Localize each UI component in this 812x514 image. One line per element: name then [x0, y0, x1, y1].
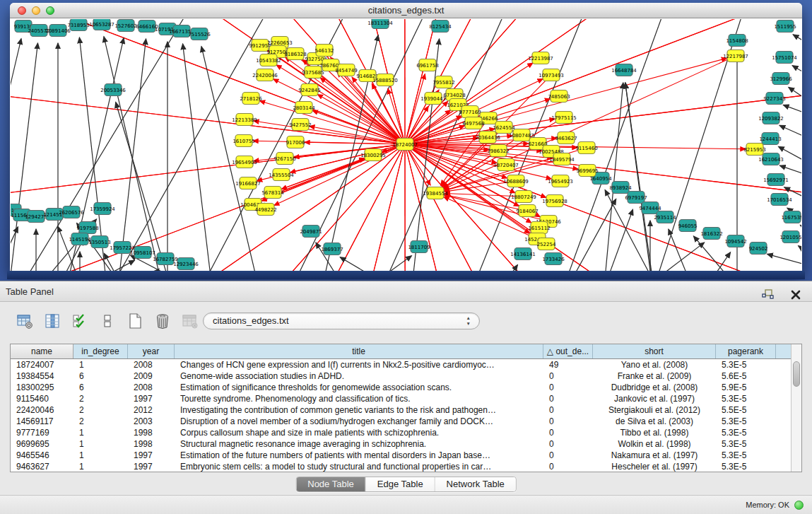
table-row[interactable]: 1872400712008Changes of HCN gene express…: [11, 359, 801, 370]
table-cell[interactable]: Nakamura et al. (1997): [593, 450, 716, 461]
table-cell[interactable]: 1: [73, 438, 128, 450]
column-header-6[interactable]: pagerank: [716, 344, 776, 358]
table-cell[interactable]: 0: [543, 370, 593, 382]
table-cell[interactable]: Tibbo et al. (1998): [593, 427, 716, 438]
table-row[interactable]: 1456911722003Disruption of a novel membe…: [11, 416, 801, 427]
tab-network-table[interactable]: Network Table: [435, 477, 516, 491]
zoom-window-icon[interactable]: [46, 6, 54, 15]
table-cell[interactable]: 49: [543, 359, 593, 370]
black-edge[interactable]: [792, 66, 801, 84]
black-edge[interactable]: [652, 243, 705, 271]
table-cell[interactable]: 1998: [128, 427, 175, 438]
table-cell[interactable]: 5.3E-5: [716, 427, 776, 438]
table-cell[interactable]: 18300295: [11, 382, 73, 393]
table-row[interactable]: 2242004622012Investigating the contribut…: [11, 404, 801, 416]
table-cell[interactable]: 1997: [128, 450, 175, 461]
table-row[interactable]: 969969511998Structural magnetic resonanc…: [11, 438, 801, 450]
table-cell[interactable]: 1: [73, 427, 128, 438]
table-cell[interactable]: 1: [73, 359, 128, 370]
table-select-dropdown[interactable]: citations_edges.txt ▲▼: [203, 313, 480, 329]
black-edge[interactable]: [669, 229, 695, 271]
table-cell[interactable]: Genome-wide association studies in ADHD.: [175, 370, 543, 382]
table-cell[interactable]: 1997: [128, 461, 175, 472]
table-cell[interactable]: 2: [73, 416, 128, 427]
table-cell[interactable]: 5.3E-5: [716, 461, 776, 472]
black-edge[interactable]: [767, 254, 801, 269]
table-cell[interactable]: 5.5E-5: [716, 404, 776, 416]
table-cell[interactable]: 19384554: [11, 370, 73, 382]
table-row[interactable]: 977716911998Corpus callosum shape and si…: [11, 427, 801, 438]
table-cell[interactable]: Hescheler et al. (1997): [593, 461, 716, 472]
black-edge[interactable]: [11, 43, 37, 271]
table-row[interactable]: 1938455462009Genome-wide association stu…: [11, 370, 801, 382]
black-edge[interactable]: [360, 256, 411, 271]
table-vertical-scrollbar[interactable]: [791, 344, 801, 472]
black-edge[interactable]: [799, 246, 801, 264]
table-cell[interactable]: 5.3E-5: [716, 450, 776, 461]
table-cell[interactable]: 2008: [128, 359, 175, 370]
table-settings-icon[interactable]: [16, 312, 34, 330]
table-cell[interactable]: 2009: [128, 370, 175, 382]
table-column-icon[interactable]: [43, 312, 61, 330]
column-header-1[interactable]: in_degree: [73, 344, 128, 358]
tab-edge-table[interactable]: Edge Table: [366, 477, 435, 491]
black-edge[interactable]: [779, 125, 801, 145]
table-cell[interactable]: 9115460: [11, 393, 73, 404]
table-cell[interactable]: 22420046: [11, 404, 73, 416]
table-cell[interactable]: Dudbridge et al. (2008): [593, 382, 716, 393]
table-cell[interactable]: Wolkin et al. (1998): [593, 438, 716, 450]
table-cell[interactable]: Franke et al. (2009): [593, 370, 716, 382]
table-cell[interactable]: 2012: [128, 404, 175, 416]
red-edge[interactable]: [290, 144, 405, 173]
black-edge[interactable]: [21, 19, 191, 271]
table-cell[interactable]: 1997: [128, 393, 175, 404]
table-cell[interactable]: 9777169: [11, 427, 73, 438]
table-cell[interactable]: 0: [543, 393, 593, 404]
table-cell[interactable]: 1: [73, 461, 128, 472]
network-canvas[interactable]: 9391362405572208914067318953106532871527…: [11, 19, 801, 271]
table-cell[interactable]: 0: [543, 461, 593, 472]
close-window-icon[interactable]: [18, 6, 26, 15]
table-cell[interactable]: 0: [543, 450, 593, 461]
table-row[interactable]: 946362711997Embryonic stem cells: a mode…: [11, 461, 801, 472]
select-rows-icon[interactable]: [71, 312, 89, 330]
table-cell[interactable]: 18724007: [11, 359, 73, 370]
table-cell[interactable]: Corpus callosum shape and size in male p…: [175, 427, 543, 438]
black-edge[interactable]: [340, 257, 392, 271]
table-row[interactable]: 1830029562008Estimation of significance …: [11, 382, 801, 393]
minimize-window-icon[interactable]: [32, 6, 40, 15]
new-table-icon[interactable]: [126, 312, 144, 330]
table-cell[interactable]: Embryonic stem cells: a model to study s…: [175, 461, 543, 472]
table-cell[interactable]: 14569117: [11, 416, 73, 427]
column-header-0[interactable]: name: [11, 344, 73, 358]
column-header-4[interactable]: △ out_de...: [543, 344, 593, 358]
black-edge[interactable]: [183, 44, 211, 271]
table-cell[interactable]: 2: [73, 393, 128, 404]
table-cell[interactable]: 9465546: [11, 450, 73, 461]
table-cell[interactable]: 9463627: [11, 461, 73, 472]
tab-node-table[interactable]: Node Table: [296, 477, 366, 491]
table-cell[interactable]: 5.3E-5: [716, 438, 776, 450]
black-edge[interactable]: [625, 83, 654, 271]
table-cell[interactable]: 0: [543, 427, 593, 438]
table-cell[interactable]: 5.3E-5: [716, 359, 776, 370]
table-cell[interactable]: 0: [543, 382, 593, 393]
table-row[interactable]: 911546021997Tourette syndrome. Phenomeno…: [11, 393, 801, 404]
black-edge[interactable]: [625, 83, 652, 271]
table-cell[interactable]: Estimation of the future numbers of pati…: [175, 450, 543, 461]
table-cell[interactable]: 6: [73, 370, 128, 382]
table-cell[interactable]: de Silva et al. (2003): [593, 416, 716, 427]
black-edge[interactable]: [104, 37, 161, 271]
table-cell[interactable]: 5.6E-5: [716, 370, 776, 382]
column-header-5[interactable]: short: [593, 344, 716, 358]
column-header-2[interactable]: year: [128, 344, 175, 358]
delete-icon[interactable]: [153, 312, 172, 330]
table-cell[interactable]: Yano et al. (2008): [593, 359, 716, 370]
table-cell[interactable]: Structural magnetic resonance image aver…: [175, 438, 543, 450]
table-cell[interactable]: 0: [543, 404, 593, 416]
scrollbar-thumb[interactable]: [793, 361, 800, 387]
table-cell[interactable]: Tourette syndrome. Phenomenology and cla…: [175, 393, 543, 404]
table-cell[interactable]: 0: [543, 416, 593, 427]
table-cell[interactable]: 1998: [128, 438, 175, 450]
table-cell[interactable]: Jankovic et al. (1997): [593, 393, 716, 404]
